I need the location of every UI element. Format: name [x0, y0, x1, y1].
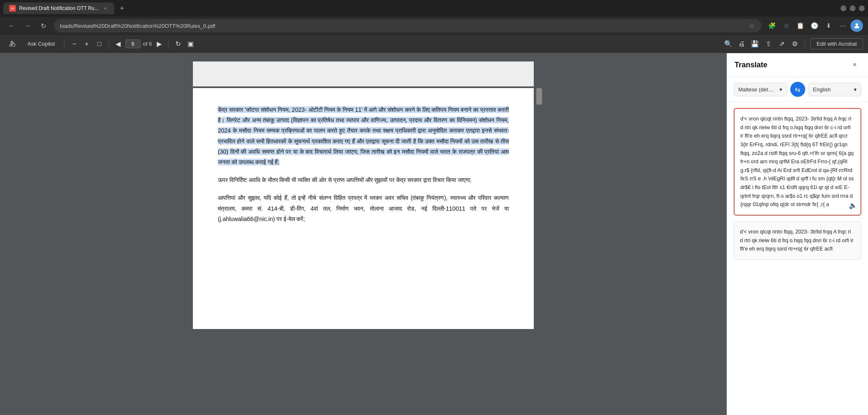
- browser-tab-bar: A Revised Draft Notification OTT Ru... ×…: [0, 0, 868, 17]
- pdf-settings-button[interactable]: ⚙: [790, 39, 800, 49]
- target-language-label: English: [813, 86, 831, 93]
- print-button[interactable]: 🖨: [737, 39, 747, 49]
- pdf-viewer[interactable]: केंद्र सरकार 'कोटपा संशोधन नियम, 2023- ओ…: [0, 53, 727, 415]
- pdf-page-top-strip: [193, 61, 534, 86]
- tab-title: Revised Draft Notification OTT Ru...: [19, 5, 99, 11]
- next-page-button[interactable]: ▶: [154, 39, 164, 49]
- edit-with-acrobat-button[interactable]: Edit with Acrobat: [810, 38, 863, 49]
- paragraph-1: केंद्र सरकार 'कोटपा संशोधन नियम, 2023- ओ…: [218, 105, 509, 167]
- back-button[interactable]: ←: [5, 19, 18, 32]
- tab-favicon: A: [9, 5, 16, 12]
- separator-2: [108, 39, 109, 49]
- collections-button[interactable]: 📋: [794, 20, 806, 32]
- translated-text-2: d'< vron qlcqt riritn ftqq, 2023- 3trfid…: [740, 229, 853, 252]
- downloads-button[interactable]: ⬇: [822, 20, 835, 32]
- scrollbar-thumb[interactable]: [536, 88, 542, 105]
- new-tab-button[interactable]: +: [116, 2, 128, 14]
- address-bar: ← → ↻ loads/Revised%20Draft%20Notificati…: [0, 17, 868, 35]
- save-button[interactable]: 💾: [750, 39, 760, 49]
- copilot-icon-btn[interactable]: あ​: [5, 38, 20, 50]
- zoom-in-button[interactable]: +: [82, 39, 92, 49]
- reader-view-button[interactable]: ▣: [185, 39, 195, 49]
- translated-text-box-2: d'< vron qlcqt riritn ftqq, 2023- 3trfid…: [734, 221, 861, 260]
- swap-languages-button[interactable]: ⇆: [790, 82, 805, 97]
- favorites-button[interactable]: ☆: [780, 20, 792, 32]
- history-button[interactable]: 🕒: [808, 20, 821, 32]
- refresh-button[interactable]: ↻: [37, 19, 50, 32]
- fullscreen-button[interactable]: ⇗: [777, 39, 787, 49]
- pdf-page-content: केंद्र सरकार 'कोटपा संशोधन नियम, 2023- ओ…: [218, 105, 509, 224]
- page-number-input[interactable]: [126, 39, 141, 48]
- url-text: loads/Revised%20Draft%20Notification%20O…: [60, 23, 744, 29]
- source-chevron-icon: ▾: [779, 86, 782, 93]
- prev-page-button[interactable]: ◀: [113, 39, 123, 49]
- url-icons: ☆: [747, 22, 756, 30]
- translate-close-button[interactable]: ×: [849, 59, 861, 71]
- url-bar[interactable]: loads/Revised%20Draft%20Notification%20O…: [54, 19, 762, 32]
- language-selectors: Maltese (det.... ▾ ⇆ English ▾: [727, 77, 868, 102]
- svg-point-0: [856, 23, 858, 26]
- separator-1: [64, 39, 64, 49]
- speaker-icon[interactable]: 🔈: [849, 200, 857, 211]
- ask-copilot-button[interactable]: Ask Copilot: [23, 39, 59, 49]
- window-maximize[interactable]: [850, 5, 856, 11]
- selected-text-block[interactable]: केंद्र सरकार 'कोटपा संशोधन नियम, 2023- ओ…: [218, 106, 509, 165]
- swap-icon: ⇆: [795, 86, 800, 93]
- window-close[interactable]: [859, 5, 865, 11]
- translate-title: Translate: [735, 61, 767, 69]
- paragraph-2: ऊपर विनिर्दिष्ट अवधि के भीतर किसी भी व्य…: [218, 175, 509, 185]
- star-icon[interactable]: ☆: [747, 22, 756, 30]
- translate-header: Translate ×: [727, 53, 868, 77]
- main-area: केंद्र सरकार 'कोटपा संशोधन नियम, 2023- ओ…: [0, 53, 868, 415]
- target-language-select[interactable]: English ▾: [809, 83, 862, 96]
- rotate-button[interactable]: ↻: [173, 39, 183, 49]
- profile-button[interactable]: [851, 20, 863, 32]
- forward-button[interactable]: →: [21, 19, 34, 32]
- separator-3: [168, 39, 169, 49]
- translated-text-box: d'< vron qlcqt riritn ftqq, 2023- 3trfid…: [734, 108, 861, 216]
- total-pages-label: of 6: [143, 41, 152, 47]
- target-chevron-icon: ▾: [854, 86, 857, 93]
- source-language-select[interactable]: Maltese (det.... ▾: [734, 83, 787, 96]
- tab-close-button[interactable]: ×: [102, 5, 108, 12]
- paragraph-3: आपत्तियां और सुझाव, यदि कोई हैं, तो इन्ह…: [218, 193, 509, 224]
- speaker-symbol: 🔈: [849, 202, 857, 209]
- share-button[interactable]: ⇧: [763, 39, 773, 49]
- nav-buttons: ← → ↻: [5, 19, 50, 32]
- translate-panel: Translate × Maltese (det.... ▾ ⇆ English…: [727, 53, 868, 415]
- tab-list: A Revised Draft Notification OTT Ru... ×…: [3, 2, 128, 14]
- extensions-button[interactable]: 🧩: [766, 20, 778, 32]
- active-tab[interactable]: A Revised Draft Notification OTT Ru... ×: [3, 2, 114, 14]
- window-minimize[interactable]: [841, 5, 846, 11]
- separator-4: [805, 39, 805, 49]
- page-controls: − + □ ◀ of 6 ▶ ↻ ▣: [69, 39, 196, 49]
- translated-text: d'< vron qlcqt riritn ftqq, 2023- 3trfid…: [740, 116, 854, 207]
- copilot-icon: あ​: [9, 39, 16, 48]
- pdf-page: केंद्र सरकार 'कोटपा संशोधन नियम, 2023- ओ…: [193, 88, 534, 329]
- browser-actions: 🧩 ☆ 📋 🕒 ⬇ ⋯: [766, 20, 863, 32]
- zoom-out-button[interactable]: −: [69, 39, 79, 49]
- pdf-toolbar: あ​ Ask Copilot − + □ ◀ of 6 ▶ ↻ ▣ 🔍 🖨 💾 …: [0, 35, 868, 53]
- more-button[interactable]: ⋯: [836, 20, 849, 32]
- search-button[interactable]: 🔍: [723, 39, 733, 49]
- fit-page-button[interactable]: □: [94, 39, 104, 49]
- source-language-label: Maltese (det....: [738, 86, 774, 93]
- ask-copilot-label: Ask Copilot: [27, 41, 55, 47]
- scrollbar-track[interactable]: [536, 88, 542, 329]
